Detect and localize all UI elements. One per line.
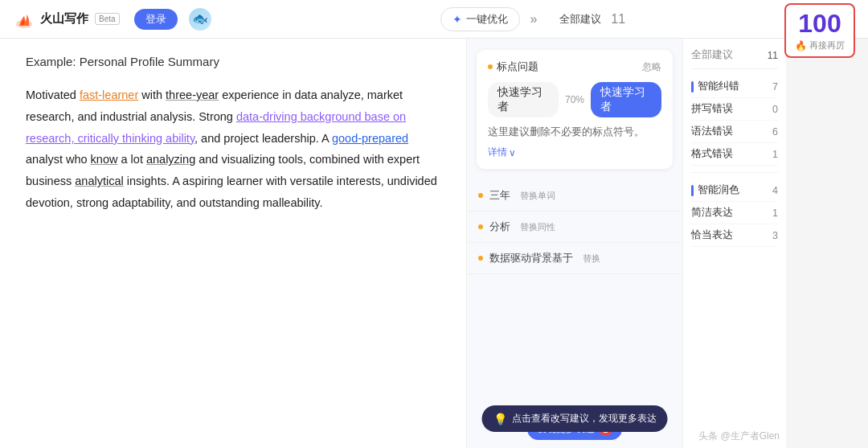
sidebar-item-error[interactable]: 智能纠错 7: [691, 76, 778, 98]
active-bar-icon-2: [691, 185, 694, 196]
text-and-project: , and project leadership. A: [194, 132, 332, 145]
text-know: know: [91, 153, 118, 166]
text-analytical: analytical: [75, 175, 123, 187]
word-original: 快速学习者: [488, 82, 559, 117]
card-type-label: 标点问题: [497, 60, 538, 74]
watermark: 头条 @生产者Glen: [698, 430, 780, 443]
text-with: with: [138, 88, 166, 101]
text-a-lot: a lot: [117, 153, 145, 166]
text-analyzing: analyzing: [146, 153, 195, 166]
right-sidebar: 全部建议 11 智能纠错 7 拼写错误 0 语法错误 6 格式错误 1: [683, 39, 786, 448]
score-box: 100 🔥 再接再厉: [784, 3, 855, 58]
beta-badge: Beta: [95, 13, 120, 25]
suggestions-count: 11: [611, 12, 625, 27]
suggestion-card: 标点问题 忽略 快速学习者 70% 快速学习者 这里建议删除不必要的标点符号。 …: [477, 50, 673, 169]
sidebar-count-concise: 1: [772, 208, 778, 219]
sidebar-count-polish: 4: [772, 185, 778, 196]
text-analyst: analyst who: [26, 153, 91, 166]
doc-title: Example: Personal Profile Summary: [26, 55, 440, 68]
score-number: 100: [794, 10, 845, 38]
sidebar-count-proper: 3: [772, 230, 778, 241]
word-comparison: 快速学习者 70% 快速学习者: [488, 82, 661, 117]
sidebar-label-proper: 恰当表达: [691, 228, 733, 242]
chevron-down-icon: ∨: [509, 147, 516, 158]
topbar-center: ✦ 一键优化 » 全部建议 11: [440, 7, 625, 31]
sidebar-all-title: 全部建议 11: [691, 48, 778, 62]
tooltip-bar: 💡 点击查看改写建议，发现更多表达: [482, 405, 668, 432]
sidebar-divider-2: [691, 172, 778, 173]
optimize-button[interactable]: ✦ 一键优化: [440, 7, 520, 31]
optimize-label: 一键优化: [466, 12, 508, 27]
doc-body: Motivated fast-learner with three-year e…: [26, 84, 440, 214]
score-sub: 🔥 再接再厉: [794, 39, 845, 51]
sidebar-label-error: 智能纠错: [698, 80, 739, 93]
sidebar-item-format[interactable]: 格式错误 1: [691, 143, 778, 166]
sidebar-item-polish-label-wrap: 智能润色: [691, 183, 739, 197]
logo-area: 火山写作 Beta 登录 🐟: [13, 8, 211, 31]
suggestion-label-3: 数据驱动背景基于: [489, 251, 573, 265]
more-button[interactable]: »: [526, 12, 540, 27]
text-good-prepared: good-prepared: [332, 132, 408, 145]
card-header: 标点问题 忽略: [488, 60, 661, 74]
card-type: 标点问题: [488, 60, 538, 74]
sidebar-count-error: 7: [772, 81, 778, 92]
sidebar-count-spell: 0: [772, 104, 778, 115]
score-sub-label: 再接再厉: [809, 39, 845, 51]
sidebar-count-format: 1: [772, 149, 778, 160]
card-dot: [488, 64, 493, 69]
sidebar-label-polish: 智能润色: [698, 183, 739, 197]
middle-panel: 标点问题 忽略 快速学习者 70% 快速学习者 这里建议删除不必要的标点符号。 …: [466, 39, 683, 448]
suggestion-item-3[interactable]: 数据驱动背景基于 替换: [467, 243, 682, 274]
sidebar-item-error-label-wrap: 智能纠错: [691, 80, 739, 93]
suggestion-label-1: 三年: [489, 188, 510, 203]
spark-icon: ✦: [452, 13, 462, 26]
suggestions-label: 全部建议: [559, 12, 601, 27]
dot-icon: [478, 193, 483, 198]
sidebar-item-grammar[interactable]: 语法错误 6: [691, 121, 778, 143]
logo-text: 火山写作: [40, 11, 88, 27]
sidebar-label-spell: 拼写错误: [691, 102, 733, 116]
word-score: 70%: [565, 94, 584, 105]
word-suggested[interactable]: 快速学习者: [591, 82, 661, 117]
suggestion-tag-2: 替换同性: [520, 221, 555, 233]
dot-icon-2: [478, 224, 483, 229]
sidebar-count-grammar: 6: [772, 126, 778, 138]
all-suggestions-label: 全部建议: [691, 48, 733, 62]
card-desc: 这里建议删除不必要的标点符号。: [488, 125, 661, 139]
suggestion-item-2[interactable]: 分析 替换同性: [467, 212, 682, 243]
main-layout: Example: Personal Profile Summary Motiva…: [0, 39, 868, 448]
fire-icon: 🔥: [795, 40, 807, 51]
tooltip-text: 点击查看改写建议，发现更多表达: [512, 412, 657, 425]
bottom-action-area: 💡 点击查看改写建议，发现更多表达 发现更多表达 2: [467, 418, 682, 440]
logo-icon: [13, 8, 35, 31]
suggestion-item-1[interactable]: 三年 替换单词: [467, 180, 682, 212]
topbar: 火山写作 Beta 登录 🐟 ✦ 一键优化 » 全部建议 11 100 🔥 再接…: [0, 0, 868, 39]
avatar-button[interactable]: 🐟: [189, 8, 211, 31]
suggestion-tag-3: 替换: [583, 253, 600, 265]
sidebar-item-polish[interactable]: 智能润色 4: [691, 179, 778, 202]
card-detail-btn[interactable]: 详情 ∨: [488, 146, 661, 159]
sidebar-item-spell[interactable]: 拼写错误 0: [691, 98, 778, 121]
active-bar-icon: [691, 81, 694, 92]
suggestion-label-2: 分析: [489, 220, 510, 234]
all-suggestions-count: 11: [768, 50, 778, 61]
text-three-year: three-year: [166, 88, 219, 101]
dot-icon-3: [478, 256, 483, 261]
text-motivated: Motivated: [26, 88, 80, 101]
text-fast-learner: fast-learner: [80, 88, 138, 101]
card-ignore-btn[interactable]: 忽略: [642, 60, 661, 74]
sidebar-divider-1: [691, 68, 778, 69]
editor-area: Example: Personal Profile Summary Motiva…: [0, 39, 466, 448]
detail-label: 详情: [488, 146, 507, 159]
login-button[interactable]: 登录: [134, 9, 178, 30]
sidebar-label-format: 格式错误: [691, 147, 733, 161]
sidebar-label-concise: 简洁表达: [691, 206, 733, 220]
sidebar-item-concise[interactable]: 简洁表达 1: [691, 202, 778, 224]
sidebar-item-proper[interactable]: 恰当表达 3: [691, 224, 778, 247]
sidebar-label-grammar: 语法错误: [691, 125, 733, 138]
bulb-icon: 💡: [493, 413, 507, 425]
suggestion-tag-1: 替换单词: [520, 190, 555, 202]
